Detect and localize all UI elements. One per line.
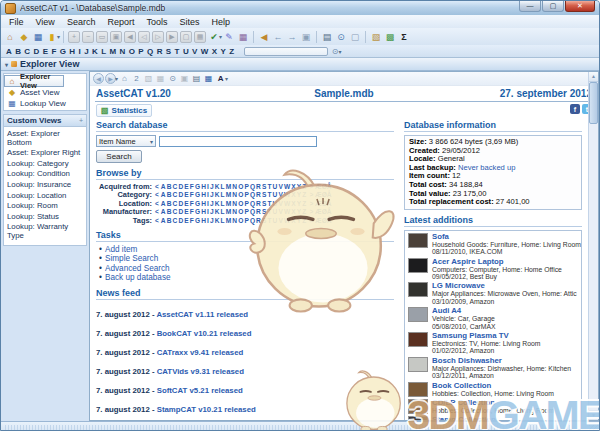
search-input[interactable] (159, 136, 317, 147)
scroll-up-arrow[interactable]: ▲ (589, 72, 598, 82)
calendar-icon[interactable]: ▦ (236, 30, 250, 44)
browse-prev-link[interactable]: < (155, 208, 159, 216)
item-thumbnail[interactable] (408, 357, 428, 372)
news-link[interactable]: CATraxx v9.41 released (157, 348, 244, 357)
news-link[interactable]: BookCAT v10.21 released (157, 329, 252, 338)
vertical-scrollbar[interactable]: ▲ ▼ (588, 72, 598, 420)
menu-report[interactable]: Report (101, 17, 140, 27)
sidebar-item-explorer-view[interactable]: ⌂ Explorer View (4, 75, 64, 87)
close-button[interactable]: ✕ (565, 1, 595, 12)
browse-next-link[interactable]: > ÆØÅ (309, 208, 331, 216)
statistics-sigma-icon[interactable]: Σ (397, 30, 411, 44)
menu-sites[interactable]: Sites (173, 17, 205, 27)
browse-prev-link[interactable]: < (155, 191, 159, 199)
item-link[interactable]: Sofa (432, 233, 581, 241)
asset-view-icon[interactable]: ◆ (17, 30, 31, 44)
item-thumbnail[interactable] (408, 233, 428, 248)
maximize-button[interactable]: ▢ (542, 1, 564, 12)
menu-search[interactable]: Search (61, 17, 102, 27)
back-icon[interactable]: ◀ (93, 73, 104, 84)
pages-icon[interactable]: ▣ (299, 30, 313, 44)
task-add-item[interactable]: Add item (96, 245, 394, 254)
go-back-icon[interactable]: ◀ (257, 30, 271, 44)
browse-letter-links[interactable]: ABCDEFGHIJKLMNOPQRSTUVWXYZ (161, 191, 308, 199)
chevron-down-icon[interactable]: ▾ (115, 75, 118, 82)
browse-letter-links[interactable]: ABCDEFGHIJKLMNOPQRSTUVWXYZ (161, 200, 308, 208)
collapse-arrow-icon[interactable]: ▾ (5, 61, 8, 68)
custom-view-item[interactable]: Lookup: Room (7, 201, 83, 212)
task-simple-search[interactable]: Simple Search (96, 254, 394, 263)
chevron-down-icon[interactable]: ▾ (57, 33, 60, 40)
explorer-view-icon[interactable]: ⌂ (3, 30, 17, 44)
save-icon[interactable]: ▦ (203, 73, 214, 84)
custom-view-item[interactable]: Lookup: Warranty Type (7, 222, 83, 241)
search-icon[interactable]: ⊙ (167, 73, 178, 84)
item-link[interactable]: Samsung Plasma TV (432, 332, 540, 340)
custom-view-item[interactable]: Lookup: Status (7, 212, 83, 223)
news-link[interactable]: CATVids v9.31 released (157, 367, 244, 376)
custom-view-item[interactable]: Lookup: Category (7, 159, 83, 170)
alphabet-filter-bar[interactable]: ABCDEFGHIJKLMNOPQRSTUVWXYZ (6, 47, 238, 56)
browse-letter-links[interactable]: ABCDEFGHIJKLMNOPQRSTUVWXYZ (161, 183, 308, 191)
quick-search-input[interactable] (244, 47, 328, 56)
statistics-button[interactable]: ▧ Statistics (96, 104, 152, 117)
print-preview-icon[interactable]: ⊙ (334, 30, 348, 44)
sidebar-item-asset-view[interactable]: ◆ Asset View (4, 87, 86, 98)
item-link[interactable]: LG Microwave (432, 282, 577, 290)
custom-view-item[interactable]: Asset: Explorer Right (7, 148, 83, 159)
task-backup-database[interactable]: Back up database (96, 273, 394, 282)
scrollbar-thumb[interactable] (589, 82, 598, 124)
custom-view-item[interactable]: Lookup: Insurance (7, 180, 83, 191)
browse-letter-links[interactable]: ABCDEFGHIJKLMNOPQRSTUVWXYZ (161, 208, 308, 216)
item-thumbnail[interactable] (408, 332, 428, 347)
menu-view[interactable]: View (30, 17, 61, 27)
browse-letter-links[interactable]: ABCDEFGHIJKLMNOPQRSTUVWXYZ (161, 217, 308, 225)
task-advanced-search[interactable]: Advanced Search (96, 264, 394, 273)
minimize-button[interactable]: — (519, 1, 541, 12)
browse-prev-link[interactable]: < (155, 217, 159, 225)
copy-icon[interactable]: ▢ (348, 30, 362, 44)
image-folder-icon[interactable]: ▧ (369, 30, 383, 44)
menu-help[interactable]: Help (205, 17, 236, 27)
pin-icon[interactable]: + (79, 117, 83, 124)
print-icon[interactable]: ▤ (191, 73, 202, 84)
item-thumbnail[interactable] (408, 282, 428, 297)
custom-view-item[interactable]: Asset: Explorer Bottom (7, 129, 83, 148)
news-link[interactable]: StampCAT v10.21 released (157, 405, 256, 414)
arrow-right-icon[interactable]: → (285, 30, 299, 44)
chevron-down-icon[interactable]: ▾ (225, 75, 228, 82)
sidebar-item-lookup-view[interactable]: ▦ Lookup View (4, 98, 86, 109)
item-link[interactable]: CD/LP Collection (432, 399, 554, 407)
menu-tools[interactable]: Tools (140, 17, 173, 27)
facebook-icon[interactable]: f (570, 104, 580, 114)
item-thumbnail[interactable] (408, 258, 428, 273)
browse-next-link[interactable]: > ÆØÅ (309, 200, 331, 208)
item-thumbnail[interactable] (408, 399, 428, 414)
home-icon[interactable]: ⌂ (119, 73, 130, 84)
page-2-icon[interactable]: 2 (131, 73, 142, 84)
news-link[interactable]: SoftCAT v5.21 released (157, 386, 243, 395)
item-link[interactable]: Book Collection (432, 382, 554, 390)
menu-file[interactable]: File (3, 17, 30, 27)
item-link[interactable]: Bosch Dishwasher (432, 357, 571, 365)
item-thumbnail[interactable] (408, 307, 428, 322)
item-link[interactable]: Audi A4 (432, 307, 495, 315)
search-field-select[interactable]: Item Name ▾ (96, 135, 156, 147)
browse-next-link[interactable]: > ÆØÅ (309, 217, 331, 225)
custom-view-item[interactable]: Lookup: Location (7, 191, 83, 202)
search-button[interactable]: Search (96, 150, 142, 163)
item-link[interactable]: Acer Aspire Laptop (432, 258, 562, 266)
image-icon[interactable]: ▩ (383, 30, 397, 44)
edit-icon[interactable]: ✎ (222, 30, 236, 44)
custom-view-item[interactable]: Lookup: Condition (7, 169, 83, 180)
print-icon[interactable]: ▤ (320, 30, 334, 44)
backup-link[interactable]: Never backed up (458, 163, 515, 172)
news-link[interactable]: AssetCAT v1.11 released (156, 310, 248, 319)
lookup-view-icon[interactable]: ▦ (31, 30, 45, 44)
browse-prev-link[interactable]: < (155, 183, 159, 191)
item-thumbnail[interactable] (408, 382, 428, 397)
arrow-left-icon[interactable]: ← (271, 30, 285, 44)
browse-next-link[interactable]: > ÆØÅ (309, 191, 331, 199)
resize-grip[interactable] (589, 425, 598, 431)
scroll-down-arrow[interactable]: ▼ (589, 410, 598, 420)
